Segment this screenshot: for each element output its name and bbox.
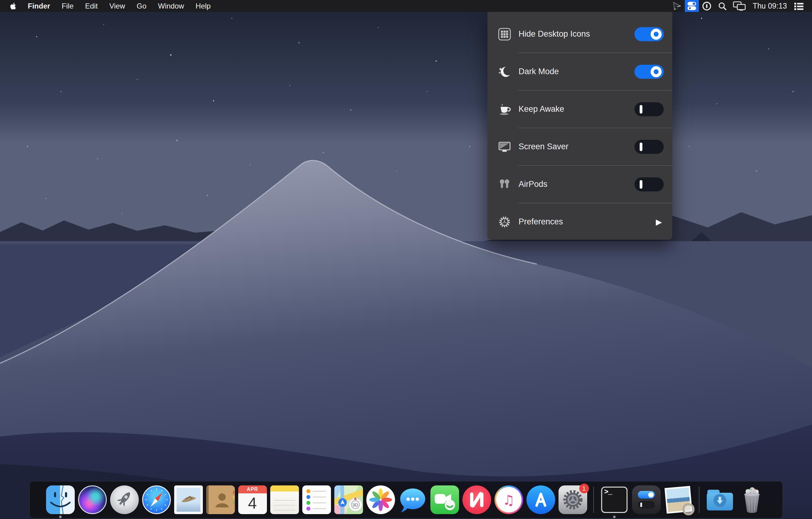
switch-row-keep-awake[interactable]: Keep Awake: [488, 91, 672, 128]
dock-reminders[interactable]: [302, 485, 331, 514]
one-switch-panel: Hide Desktop Icons Dark Mode: [488, 12, 672, 240]
pointer-app-icon[interactable]: [668, 0, 685, 12]
dock-itunes[interactable]: ♫: [494, 485, 523, 514]
toggle-knob-on: [650, 66, 662, 77]
contacts-icon: [206, 485, 235, 514]
menu-item-window[interactable]: Window: [152, 0, 190, 12]
keep-awake-toggle[interactable]: [635, 102, 664, 116]
toggle-knob-off: [640, 105, 642, 114]
photos-icon: [366, 485, 395, 514]
notes-header: [270, 485, 299, 492]
preferences-row[interactable]: Preferences ▶: [488, 203, 672, 240]
itunes-face: ♫: [496, 487, 522, 513]
display-mirroring-icon[interactable]: [730, 0, 749, 12]
dock-notes[interactable]: [270, 485, 299, 514]
menu-bar-clock[interactable]: Thu 09:13: [749, 2, 791, 10]
facetime-icon: [430, 485, 459, 514]
menu-item-edit[interactable]: Edit: [79, 0, 104, 12]
preview-icon: [664, 485, 693, 514]
finder-icon: [46, 485, 75, 514]
dock-facetime[interactable]: [430, 485, 459, 514]
mini-toggle-off: [638, 501, 655, 509]
menu-item-file[interactable]: File: [56, 0, 79, 12]
dock-calendar[interactable]: APR 4: [238, 485, 267, 514]
switch-label: AirPods: [519, 180, 635, 189]
dock-trash[interactable]: [737, 485, 766, 514]
music-note-glyph: ♫: [503, 492, 515, 508]
dock-safari[interactable]: [142, 485, 171, 514]
dock-system-preferences[interactable]: 1: [558, 485, 587, 514]
running-indicator: [59, 516, 62, 518]
dock-separator: [593, 487, 594, 513]
terminal-prompt: >_: [604, 488, 612, 496]
dock: APR 4: [29, 481, 783, 518]
submenu-arrow-icon: ▶: [656, 217, 662, 226]
desktop: Finder File Edit View Go Window Help: [0, 0, 812, 519]
maps-icon: 3D: [334, 485, 363, 514]
airpods-toggle[interactable]: [635, 177, 664, 191]
dock-terminal[interactable]: >_: [600, 485, 629, 514]
dock-siri[interactable]: [78, 485, 107, 514]
menu-item-go[interactable]: Go: [131, 0, 152, 12]
dock-downloads[interactable]: [705, 485, 734, 514]
maps-3d-dial: 3D: [348, 498, 362, 512]
dock-photos[interactable]: [366, 485, 395, 514]
switch-label: Hide Desktop Icons: [519, 29, 635, 39]
reminders-icon: [302, 485, 331, 514]
launchpad-icon: [110, 485, 139, 514]
toggle-knob-off: [640, 180, 642, 189]
switch-row-dark-mode[interactable]: Dark Mode: [488, 53, 672, 90]
dark-mode-toggle[interactable]: [635, 65, 664, 79]
calendar-day: 4: [238, 493, 267, 513]
dock-news[interactable]: [462, 485, 491, 514]
menu-item-help[interactable]: Help: [190, 0, 216, 12]
itunes-icon: ♫: [494, 485, 523, 514]
switch-row-hide-desktop-icons[interactable]: Hide Desktop Icons: [488, 16, 672, 53]
dock-appstore[interactable]: [526, 485, 555, 514]
dock-messages[interactable]: [398, 485, 427, 514]
switch-row-screen-saver[interactable]: Screen Saver: [488, 128, 672, 165]
dock-finder[interactable]: [46, 485, 75, 514]
airpods-icon: [497, 177, 512, 192]
dock-separator: [699, 487, 699, 513]
menu-item-view[interactable]: View: [104, 0, 131, 12]
one-switch-menubar-icon[interactable]: [685, 0, 699, 12]
apple-logo-icon: [10, 2, 17, 10]
app-store-icon: [526, 485, 555, 514]
dock-mail[interactable]: [174, 485, 203, 514]
stamp-image: [177, 488, 200, 512]
switch-row-airpods[interactable]: AirPods: [488, 166, 672, 203]
switch-label: Screen Saver: [519, 142, 635, 152]
screen-saver-icon: [497, 139, 512, 154]
1password-icon[interactable]: [699, 0, 715, 12]
one-switch-app-icon: [632, 485, 661, 514]
mojave-night-wallpaper: [0, 0, 812, 519]
notification-badge: 1: [579, 484, 589, 493]
spotlight-search-icon[interactable]: [715, 0, 730, 12]
desktop-icons-grid-icon: [497, 27, 512, 42]
dock-contacts[interactable]: [206, 485, 235, 514]
preferences-label: Preferences: [519, 217, 656, 226]
siri-icon: [78, 485, 107, 514]
toggle-knob-off: [640, 142, 642, 151]
list-menu-icon[interactable]: [791, 0, 807, 12]
calendar-month: APR: [238, 485, 267, 493]
notes-icon: [270, 485, 299, 514]
dock-maps[interactable]: 3D: [334, 485, 363, 514]
calendar-icon: APR 4: [238, 485, 267, 514]
screen-saver-toggle[interactable]: [635, 140, 664, 154]
notes-lines: [274, 496, 295, 511]
coffee-cup-icon: [497, 102, 512, 117]
terminal-icon: >_: [600, 485, 629, 514]
dock-one-switch[interactable]: [632, 485, 661, 514]
menu-item-finder[interactable]: Finder: [22, 0, 56, 12]
downloads-folder-icon: [705, 485, 734, 514]
hide-desktop-icons-toggle[interactable]: [635, 27, 664, 41]
dock-preview[interactable]: [664, 485, 693, 514]
magnifier-loupe-icon: [683, 503, 695, 515]
switch-label: Dark Mode: [519, 67, 635, 76]
download-arrow-icon: [714, 494, 726, 507]
safari-icon: [142, 485, 171, 514]
dock-launchpad[interactable]: [110, 485, 139, 514]
apple-menu[interactable]: [5, 0, 22, 12]
